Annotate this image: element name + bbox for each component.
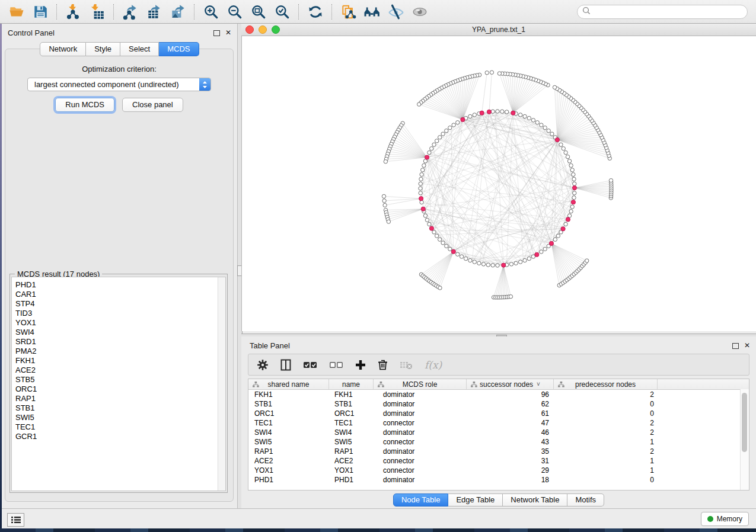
table-row[interactable]: PHD1PHD1dominator180 <box>248 475 749 485</box>
close-panel-icon[interactable]: ✕ <box>225 29 231 36</box>
table-row[interactable]: SWI5SWI5connector431 <box>248 437 749 447</box>
cell-pred[interactable]: 1 <box>554 437 658 447</box>
cell-role[interactable]: connector <box>374 437 467 447</box>
network-canvas[interactable] <box>241 36 756 331</box>
tab-select[interactable]: Select <box>120 42 159 56</box>
cell-pred[interactable]: 1 <box>554 466 658 475</box>
mcds-result-item[interactable]: SWI4 <box>12 328 225 337</box>
cell-role[interactable]: dominator <box>374 390 467 399</box>
cell-pred[interactable]: 2 <box>554 418 658 428</box>
cell-succ[interactable]: 96 <box>467 390 554 399</box>
mcds-result-item[interactable]: SWI5 <box>12 413 225 422</box>
run-mcds-button[interactable]: Run MCDS <box>55 98 114 112</box>
cell-pred[interactable]: 0 <box>554 409 658 418</box>
column-header-successor-nodes[interactable]: successor nodes˅ <box>467 379 554 389</box>
cell-shared[interactable]: SWI4 <box>248 428 329 437</box>
mcds-result-item[interactable]: CAR1 <box>12 290 225 299</box>
zoom-in-icon[interactable] <box>201 3 221 21</box>
deselect-all-icon[interactable] <box>329 361 343 369</box>
cell-role[interactable]: connector <box>374 466 467 475</box>
mcds-list-scrollbar[interactable] <box>218 277 225 491</box>
table-row[interactable]: TEC1TEC1connector472 <box>248 418 749 428</box>
zoom-selected-icon[interactable] <box>272 3 292 21</box>
cell-shared[interactable]: RAP1 <box>248 447 329 456</box>
settings-gear-icon[interactable] <box>257 359 269 371</box>
cell-pred[interactable]: 0 <box>554 475 658 485</box>
column-header-predecessor-nodes[interactable]: predecessor nodes <box>554 379 658 389</box>
cell-pred[interactable]: 1 <box>554 456 658 466</box>
cell-name[interactable]: SWI4 <box>329 428 374 437</box>
cell-pred[interactable]: 2 <box>554 390 658 399</box>
column-chooser-icon[interactable] <box>280 359 291 371</box>
cell-shared[interactable]: ACE2 <box>248 456 329 466</box>
cell-shared[interactable]: FKH1 <box>248 390 329 399</box>
save-session-icon[interactable] <box>30 3 50 21</box>
import-network-icon[interactable] <box>63 3 84 21</box>
refresh-layout-icon[interactable] <box>305 3 326 21</box>
cell-role[interactable]: dominator <box>374 409 467 418</box>
tab-network[interactable]: Network <box>40 42 86 56</box>
cell-shared[interactable]: SWI5 <box>248 437 329 447</box>
memory-button[interactable]: Memory <box>701 512 749 526</box>
cell-name[interactable]: FKH1 <box>329 390 374 399</box>
table-row[interactable]: RAP1RAP1dominator352 <box>248 447 749 456</box>
zoom-out-icon[interactable] <box>225 3 245 21</box>
mcds-result-item[interactable]: FKH1 <box>12 356 225 366</box>
mcds-result-list[interactable]: PHD1CAR1STP4TID3YOX1SWI4SRD1PMA2FKH1ACE2… <box>11 277 226 491</box>
tab-edge-table[interactable]: Edge Table <box>448 493 503 507</box>
cell-pred[interactable]: 2 <box>554 447 658 456</box>
mcds-result-item[interactable]: GCR1 <box>12 432 225 441</box>
search-field[interactable] <box>577 5 748 19</box>
mcds-result-item[interactable]: ACE2 <box>12 366 225 375</box>
float-panel-icon[interactable] <box>213 30 220 36</box>
mcds-result-item[interactable]: TEC1 <box>12 422 225 432</box>
export-network-icon[interactable] <box>120 3 141 21</box>
table-row[interactable]: STB1STB1dominator620 <box>248 399 749 409</box>
mcds-result-item[interactable]: RAP1 <box>12 394 225 403</box>
tab-node-table[interactable]: Node Table <box>393 493 449 507</box>
cell-name[interactable]: YOX1 <box>329 466 374 475</box>
open-session-icon[interactable] <box>7 3 27 21</box>
select-all-icon[interactable] <box>303 361 317 369</box>
cell-role[interactable]: dominator <box>374 475 467 485</box>
first-neighbors-binoculars-icon[interactable] <box>362 3 382 21</box>
search-input[interactable] <box>594 7 742 17</box>
cell-shared[interactable]: STB1 <box>248 399 329 409</box>
cell-succ[interactable]: 47 <box>467 418 554 428</box>
mcds-result-item[interactable]: PHD1 <box>12 280 225 290</box>
cell-name[interactable]: PHD1 <box>329 475 374 485</box>
cell-shared[interactable]: ORC1 <box>248 409 329 418</box>
cell-role[interactable]: dominator <box>374 428 467 437</box>
cell-role[interactable]: connector <box>374 456 467 466</box>
cell-pred[interactable]: 2 <box>554 428 658 437</box>
show-graphics-details-icon[interactable] <box>410 3 430 21</box>
table-row[interactable]: SWI4SWI4dominator462 <box>248 428 749 437</box>
network-view-titlebar[interactable]: YPA_prune.txt_1 <box>241 24 756 36</box>
add-row-icon[interactable] <box>355 360 366 370</box>
cell-shared[interactable]: YOX1 <box>248 466 329 475</box>
mcds-result-item[interactable]: STB1 <box>12 403 225 413</box>
mcds-result-item[interactable]: PMA2 <box>12 347 225 356</box>
cell-succ[interactable]: 43 <box>467 437 554 447</box>
column-header-name[interactable]: name <box>329 379 374 389</box>
tab-motifs[interactable]: Motifs <box>567 493 604 507</box>
table-float-icon[interactable] <box>732 343 739 349</box>
table-close-icon[interactable]: ✕ <box>744 342 750 349</box>
table-scrollbar-thumb[interactable] <box>742 393 747 452</box>
node-table[interactable]: shared namenameMCDS rolesuccessor nodes˅… <box>248 379 749 491</box>
criterion-dropdown[interactable]: largest connected component (undirected) <box>27 78 211 91</box>
mcds-result-item[interactable]: STB5 <box>12 375 225 384</box>
table-row[interactable]: YOX1YOX1connector291 <box>248 466 749 475</box>
mcds-result-item[interactable]: ORC1 <box>12 384 225 394</box>
hide-selected-icon[interactable] <box>386 3 406 21</box>
cell-succ[interactable]: 35 <box>467 447 554 456</box>
mcds-result-item[interactable]: SRD1 <box>12 337 225 347</box>
cell-name[interactable]: SWI5 <box>329 437 374 447</box>
network-from-selection-icon[interactable] <box>339 3 359 21</box>
cell-succ[interactable]: 62 <box>467 399 554 409</box>
close-panel-button[interactable]: Close panel <box>122 98 183 112</box>
tab-mcds[interactable]: MCDS <box>159 42 199 56</box>
cell-name[interactable]: TEC1 <box>329 418 374 428</box>
cell-name[interactable]: STB1 <box>329 399 374 409</box>
tab-style[interactable]: Style <box>86 42 120 56</box>
